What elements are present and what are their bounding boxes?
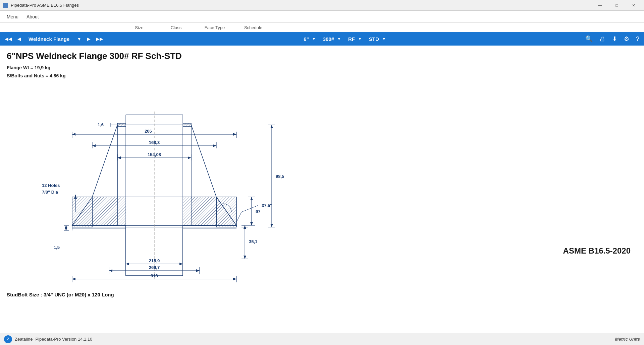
- svg-text:318: 318: [151, 273, 158, 278]
- svg-text:7/8" Dia: 7/8" Dia: [42, 190, 58, 195]
- svg-marker-74: [65, 228, 67, 230]
- toolbar-label-class: Class: [158, 25, 195, 30]
- menu-item-menu[interactable]: Menu: [3, 12, 22, 21]
- flange-wt-value: 19,9 kg: [35, 65, 50, 70]
- help-button[interactable]: ?: [634, 34, 641, 44]
- svg-line-10: [191, 125, 216, 197]
- svg-text:98,5: 98,5: [276, 174, 284, 179]
- class-value: 300#: [321, 35, 336, 43]
- flange-wt-label: Flange Wt =: [7, 65, 33, 70]
- app-title: Pipedata-Pro ASME B16.5 Flanges: [11, 3, 79, 8]
- close-button[interactable]: ✕: [626, 0, 641, 11]
- toolbar-label-face-type: Face Type: [195, 25, 235, 30]
- window-controls: — □ ✕: [592, 0, 641, 11]
- schedule-value: STD: [367, 35, 381, 43]
- nav-last-button[interactable]: ▶▶: [94, 35, 105, 43]
- toolbar-label-size: Size: [121, 25, 158, 30]
- svg-text:97: 97: [256, 209, 260, 214]
- svg-text:206: 206: [145, 129, 152, 134]
- size-dropdown-icon[interactable]: ▼: [311, 35, 317, 43]
- flange-drawing: .dim-line { stroke: #1a3a6e; stroke-widt…: [20, 81, 322, 289]
- svg-text:154,08: 154,08: [148, 152, 161, 157]
- version-text: Pipedata-Pro Version 14.1.10: [35, 337, 92, 342]
- download-button[interactable]: ⬇: [610, 34, 619, 44]
- size-selector[interactable]: 6" ▼: [302, 35, 317, 43]
- class-dropdown-icon[interactable]: ▼: [336, 35, 342, 43]
- flange-name: Weldneck Flange: [24, 36, 73, 42]
- svg-text:1,5: 1,5: [54, 245, 60, 250]
- svg-marker-92: [233, 278, 236, 280]
- search-button[interactable]: 🔍: [583, 34, 595, 44]
- print-button[interactable]: 🖨: [597, 34, 607, 44]
- svg-marker-36: [92, 144, 96, 147]
- svg-text:37.5°: 37.5°: [262, 203, 272, 208]
- nav-first-button[interactable]: ◀◀: [3, 35, 14, 43]
- toolbar-label-schedule: Schedule: [235, 25, 272, 30]
- footer-right: Metric Units: [615, 337, 640, 342]
- minimize-button[interactable]: —: [592, 0, 608, 11]
- studbolt-label: StudBolt Size : 3/4" UNC (or M20) x 120 …: [7, 292, 114, 297]
- logo-letter: Z: [7, 337, 9, 341]
- svg-marker-73: [65, 225, 67, 228]
- navbar: ◀◀ ◀ Weldneck Flange ▼ ▶ ▶▶ 6" ▼ 300# ▼ …: [0, 32, 644, 46]
- navbar-right: 🔍 🖨 ⬇ ⚙ ?: [583, 34, 641, 44]
- svg-marker-30: [72, 133, 75, 136]
- svg-text:35,1: 35,1: [249, 239, 257, 244]
- footer: Z Zeataline Pipedata-Pro Version 14.1.10…: [0, 333, 644, 345]
- svg-line-24: [236, 212, 241, 222]
- svg-marker-59: [270, 224, 273, 227]
- svg-marker-66: [244, 256, 246, 259]
- face-type-value: RF: [346, 35, 357, 43]
- toolbar-labels: Size Class Face Type Schedule: [0, 23, 644, 32]
- navbar-selectors: 6" ▼ 300# ▼ RF ▼ STD ▼: [300, 35, 388, 43]
- svg-marker-58: [270, 125, 273, 128]
- metric-units: Metric Units: [615, 337, 640, 342]
- bolts-label: S/Bolts and Nuts =: [7, 73, 48, 78]
- svg-text:12 Holes: 12 Holes: [42, 183, 60, 188]
- company-name: Zeataline: [15, 337, 33, 342]
- maximize-button[interactable]: □: [609, 0, 625, 11]
- schedule-selector[interactable]: STD ▼: [367, 35, 387, 43]
- size-value: 6": [302, 35, 311, 43]
- svg-marker-53: [250, 222, 253, 225]
- svg-text:168,3: 168,3: [149, 140, 160, 145]
- page-title: 6"NPS Weldneck Flange 300# RF Sch-STD: [7, 51, 637, 61]
- settings-button[interactable]: ⚙: [622, 34, 631, 44]
- menu-item-about[interactable]: About: [22, 12, 43, 21]
- company-logo: Z: [4, 335, 12, 343]
- titlebar: Pipedata-Pro ASME B16.5 Flanges — □ ✕: [0, 0, 644, 11]
- svg-line-9: [92, 125, 117, 197]
- svg-marker-98: [74, 195, 77, 199]
- svg-marker-86: [196, 269, 200, 272]
- app-icon: [3, 3, 8, 8]
- footer-left: Z Zeataline Pipedata-Pro Version 14.1.10: [4, 335, 92, 343]
- asme-standard: ASME B16.5-2020: [563, 246, 631, 256]
- titlebar-left: Pipedata-Pro ASME B16.5 Flanges: [3, 3, 79, 8]
- svg-marker-31: [233, 133, 236, 136]
- drawing-area: .dim-line { stroke: #1a3a6e; stroke-widt…: [7, 81, 637, 289]
- class-selector[interactable]: 300# ▼: [321, 35, 342, 43]
- svg-marker-52: [250, 197, 253, 200]
- navbar-left: ◀◀ ◀ Weldneck Flange ▼ ▶ ▶▶: [3, 35, 105, 43]
- bolts-weight-line: S/Bolts and Nuts = 4,86 kg: [7, 72, 637, 80]
- face-type-dropdown-icon[interactable]: ▼: [357, 35, 363, 43]
- nav-prev-button[interactable]: ◀: [15, 35, 23, 43]
- flange-weight-line: Flange Wt = 19,9 kg: [7, 64, 637, 72]
- svg-text:1,6: 1,6: [98, 122, 104, 127]
- svg-text:215,9: 215,9: [149, 258, 160, 263]
- nav-next-button[interactable]: ▶: [85, 35, 93, 43]
- bolts-value: 4,86 kg: [50, 73, 65, 78]
- svg-text:269,7: 269,7: [149, 265, 160, 270]
- nav-dropdown-button[interactable]: ▼: [75, 35, 84, 43]
- schedule-dropdown-icon[interactable]: ▼: [381, 35, 387, 43]
- main-content: 6"NPS Weldneck Flange 300# RF Sch-STD Fl…: [0, 46, 644, 303]
- svg-marker-85: [109, 269, 112, 272]
- menubar: Menu About: [0, 11, 644, 23]
- face-type-selector[interactable]: RF ▼: [346, 35, 363, 43]
- svg-marker-91: [72, 278, 75, 280]
- studbolt-info: StudBolt Size : 3/4" UNC (or M20) x 120 …: [7, 292, 637, 297]
- svg-marker-37: [213, 144, 216, 147]
